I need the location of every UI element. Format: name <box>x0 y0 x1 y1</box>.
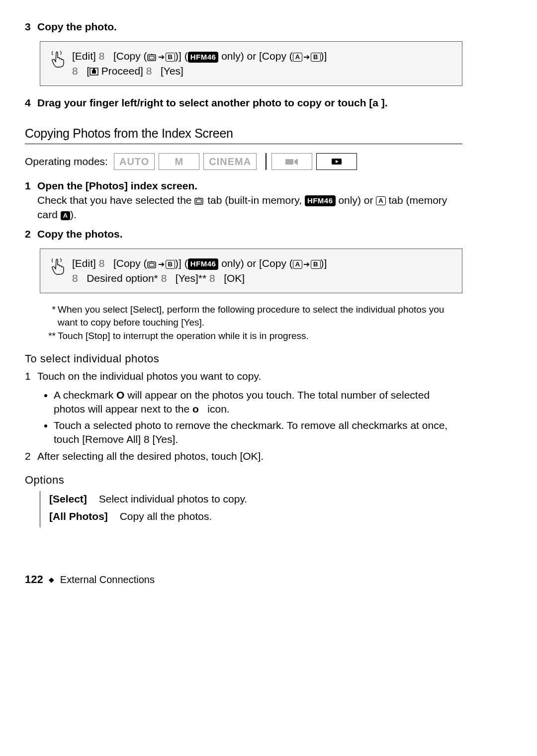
desc-text: tab (built-in memory, <box>204 194 305 206</box>
card-a-filled-icon: A <box>61 211 70 220</box>
yes-label: [Yes]** <box>176 272 206 284</box>
operating-modes-label: Operating modes: <box>25 155 108 168</box>
mode-playback-icon <box>316 153 357 170</box>
s2-step-2-number: 2 <box>25 227 37 241</box>
sel-step-1-text: Touch on the individual photos you want … <box>37 369 462 383</box>
arrow-right-icon: ➔ <box>158 259 165 270</box>
arrow-right-icon: ➔ <box>303 52 310 63</box>
copy-label-pre: [Copy ( <box>113 257 147 269</box>
svg-rect-4 <box>92 70 96 74</box>
touch-sequence-box-1: [Edit] 8 [Copy (➔B)] (HFM46 only) or [Co… <box>40 41 462 86</box>
edit-label: [Edit] <box>72 50 96 62</box>
option-all-label: [All Photos] <box>49 510 108 522</box>
bullet-text: icon. <box>205 403 230 415</box>
bullet-text: A checkmark <box>54 389 116 401</box>
step-4-number: 4 <box>25 96 37 110</box>
step-3-number: 3 <box>25 20 37 34</box>
ok-label: [OK] <box>224 272 245 284</box>
edit-label: [Edit] <box>72 257 96 269</box>
step-4-text: Drag your finger left/right to select an… <box>37 96 462 110</box>
model-badge: HFM46 <box>188 258 219 269</box>
yes-label: [Yes] <box>161 65 183 77</box>
card-a-icon: A <box>293 53 302 62</box>
svg-marker-7 <box>294 159 298 165</box>
touch-sequence-2-text: [Edit] 8 [Copy (➔B)] (HFM46 only) or [Co… <box>72 256 327 285</box>
options-block: [Select] Select individual photos to cop… <box>40 491 462 527</box>
sel-step-2-text: After selecting all the desired photos, … <box>37 449 462 463</box>
card-b-icon: B <box>311 53 320 62</box>
sep-icon: 8 <box>146 65 152 77</box>
options-heading: Options <box>25 473 462 488</box>
copy-label-post: )] <box>175 257 181 269</box>
touch-icon <box>50 257 65 279</box>
sep-icon: 8 <box>99 257 105 269</box>
touch-sequence-box-2: [Edit] 8 [Copy (➔B)] (HFM46 only) or [Co… <box>40 249 462 293</box>
sel-step-1-number: 1 <box>25 369 37 383</box>
footnote-1: When you select [Select], perform the fo… <box>58 303 462 329</box>
builtin-memory-icon <box>147 257 157 271</box>
model-badge: HFM46 <box>188 52 219 63</box>
step-4: 4 Drag your finger left/right to select … <box>25 96 462 110</box>
sep-icon: 8 <box>72 65 78 77</box>
sel-bullet-1: A checkmark O will appear on the photos … <box>54 388 462 417</box>
sep-icon: 8 <box>209 272 215 284</box>
sep-icon: 8 <box>99 50 105 62</box>
copy-label-pre: [Copy ( <box>113 50 147 62</box>
s2-step-1-number: 1 <box>25 179 37 222</box>
svg-rect-10 <box>195 198 203 204</box>
step-3-title: Copy the photo. <box>37 20 462 34</box>
card-a-icon: A <box>376 196 385 205</box>
proceed-icon <box>90 65 98 77</box>
svg-rect-0 <box>148 55 156 61</box>
mode-cinema: CINEMA <box>203 153 257 170</box>
s2-step-2-title: Copy the photos. <box>37 227 462 241</box>
desc-text: Check that you have selected the <box>37 194 194 206</box>
arrow-right-icon: ➔ <box>303 259 310 270</box>
operating-modes-row: Operating modes: AUTO M CINEMA <box>25 153 462 170</box>
footer-section: External Connections <box>60 574 155 585</box>
mode-divider <box>266 153 267 170</box>
close-bracket: )] <box>321 50 327 62</box>
mode-camera-icon <box>271 153 312 170</box>
svg-rect-14 <box>149 263 154 266</box>
s2-step-1-title: Open the [Photos] index screen. <box>37 179 462 193</box>
mode-m: M <box>159 153 199 170</box>
sep-icon: 8 <box>161 272 167 284</box>
footnote-mark: * <box>45 303 58 329</box>
proceed-label: Proceed] <box>98 65 143 77</box>
desc-text: ). <box>70 209 77 220</box>
card-a-icon: A <box>293 260 302 269</box>
s2-step-1-desc: Check that you have selected the tab (bu… <box>37 193 462 222</box>
s2-step-1: 1 Open the [Photos] index screen. Check … <box>25 179 462 222</box>
svg-rect-1 <box>149 56 154 59</box>
svg-rect-5 <box>93 69 95 70</box>
option-select: [Select] Select individual photos to cop… <box>49 492 462 506</box>
card-b-icon: B <box>311 260 320 269</box>
checkmark-placeholder-icon: O <box>116 389 124 401</box>
sel-step-2: 2 After selecting all the desired photos… <box>25 449 462 463</box>
touch-icon <box>50 50 65 72</box>
footnote-mark: ** <box>45 330 58 342</box>
sel-step-1: 1 Touch on the individual photos you wan… <box>25 369 462 383</box>
mode-auto: AUTO <box>114 153 155 170</box>
page-number: 122 <box>25 573 43 586</box>
only-text: only) or [Copy ( <box>218 257 292 269</box>
footnote-2: Touch [Stop] to interrupt the operation … <box>58 330 309 342</box>
close-bracket: )] <box>321 257 327 269</box>
svg-rect-11 <box>196 200 201 203</box>
count-placeholder-icon: o <box>192 403 199 415</box>
diamond-icon: ◆ <box>49 576 54 584</box>
card-b-icon: B <box>166 260 175 269</box>
builtin-memory-icon <box>147 50 157 64</box>
model-badge: HFM46 <box>305 195 336 206</box>
subsection-heading: To select individual photos <box>25 351 462 366</box>
touch-sequence-1-text: [Edit] 8 [Copy (➔B)] (HFM46 only) or [Co… <box>72 49 327 78</box>
only-text: only) or [Copy ( <box>218 50 292 62</box>
s2-step-2: 2 Copy the photos. <box>25 227 462 241</box>
sel-bullet-list: A checkmark O will appear on the photos … <box>40 388 462 446</box>
page-footer: 122 ◆ External Connections <box>25 572 462 587</box>
section-heading: Copying Photos from the Index Screen <box>25 125 462 142</box>
footnotes: *When you select [Select], perform the f… <box>45 303 462 342</box>
option-select-label: [Select] <box>49 493 87 504</box>
option-all-desc: Copy all the photos. <box>120 510 212 522</box>
